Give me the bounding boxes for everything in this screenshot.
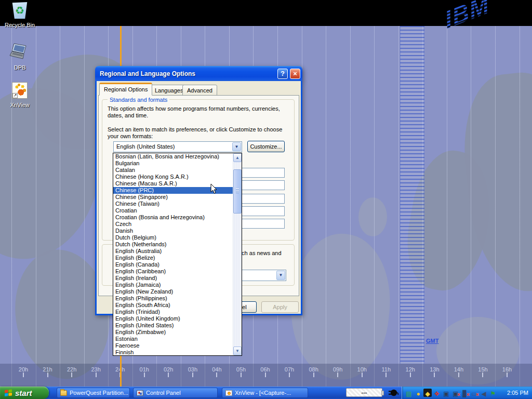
task-button-control-panel[interactable]: Control Panel xyxy=(133,388,218,398)
timezone-label: 03h xyxy=(188,366,197,373)
gmt-label: GMT xyxy=(426,338,438,344)
list-item[interactable]: English (Australia) xyxy=(113,248,233,255)
tab-regional-options[interactable]: Regional Options xyxy=(99,83,152,96)
task-button-powerquest[interactable]: PowerQuest Partition... xyxy=(57,388,130,398)
list-item[interactable]: Catalan xyxy=(113,167,233,174)
format-combobox-value: English (United States) xyxy=(116,143,175,150)
list-item[interactable]: English (Ireland) xyxy=(113,275,233,282)
task-button-label: PowerQuest Partition... xyxy=(70,388,128,397)
task-button-xnview[interactable]: XnView - [<Capture-... xyxy=(222,388,308,398)
timezone-tick xyxy=(192,373,193,377)
shortcut-arrow-icon: ↗ xyxy=(12,93,18,98)
scrollbar-thumb[interactable] xyxy=(233,169,242,214)
list-item[interactable]: Finnish xyxy=(113,349,233,356)
timezone-tick xyxy=(362,373,363,377)
timezone-label: 05h xyxy=(236,366,246,373)
list-item[interactable]: Chinese (Taiwan) xyxy=(113,201,233,207)
list-item[interactable]: English (Jamaica) xyxy=(113,282,233,288)
format-combobox[interactable]: English (United States) ▼ xyxy=(113,141,242,152)
timezone-label: 21h xyxy=(43,366,52,373)
timezone-tick xyxy=(144,373,145,377)
timezone-tick xyxy=(71,373,72,377)
thinkpad-utility-icon[interactable]: ◆ xyxy=(423,389,432,397)
list-item[interactable]: English (Trinidad) xyxy=(113,309,233,315)
system-tray: ▤●◆❖▣▣×▊×▭×◀⚑ 2:05 PM xyxy=(402,387,532,399)
pc-card-eject-icon[interactable]: ▤ xyxy=(405,389,413,397)
timezone-tick xyxy=(313,373,314,377)
timezone-tick xyxy=(96,373,97,377)
customize-button[interactable]: Customize... xyxy=(247,141,285,152)
list-item[interactable]: English (Canada) xyxy=(113,261,233,268)
timezone-tick xyxy=(507,373,508,377)
list-item[interactable]: Bosnian (Latin, Bosnia and Herzegovina) xyxy=(113,153,233,160)
help-button[interactable]: ? xyxy=(277,69,288,79)
xnview-icon: ↗ xyxy=(12,82,28,99)
chevron-down-icon[interactable]: ▼ xyxy=(232,142,241,151)
desktop-screen: GMT 20h21h22h23h24h01h02h03h04h05h06h07h… xyxy=(0,0,532,399)
list-item[interactable]: English (Caribbean) xyxy=(113,268,233,275)
boot-manager-icon[interactable]: ⚑ xyxy=(489,389,497,397)
list-item[interactable]: English (New Zealand) xyxy=(113,288,233,295)
scrollbar[interactable]: ▲ ▼ xyxy=(233,153,242,355)
timezone-tick xyxy=(482,373,483,377)
list-item[interactable]: Estonian xyxy=(113,336,233,342)
desktop-icon-dpb[interactable]: DPB xyxy=(0,43,39,71)
network-disconnected-icon[interactable]: ▣× xyxy=(451,389,460,397)
start-button[interactable]: start xyxy=(0,387,49,399)
list-item[interactable]: English (United Kingdom) xyxy=(113,315,233,322)
select-instruction-line2: your own formats: xyxy=(108,133,153,139)
list-item[interactable]: Dutch (Netherlands) xyxy=(113,241,233,248)
list-item[interactable]: English (United States) xyxy=(113,322,233,329)
list-item[interactable]: English (Belize) xyxy=(113,255,233,261)
desktop-icon-label: Recycle Bin xyxy=(0,22,39,28)
close-button[interactable]: × xyxy=(290,69,300,79)
timezone-label: 10h xyxy=(357,366,367,373)
timezone-scale-band: 20h21h22h23h24h01h02h03h04h05h06h07h08h0… xyxy=(0,364,532,387)
timezone-label: 14h xyxy=(454,366,463,373)
disabled-x-badge: × xyxy=(476,392,479,397)
timezone-tick xyxy=(47,373,48,377)
windows-flag-icon xyxy=(4,389,12,397)
list-item[interactable]: Faeroese xyxy=(113,342,233,349)
scrollbar-up-icon[interactable]: ▲ xyxy=(233,153,242,162)
recycle-bin-icon: ♻ xyxy=(11,2,29,19)
chevron-down-icon[interactable]: ▼ xyxy=(276,271,285,280)
timezone-tick xyxy=(168,373,169,377)
list-item[interactable]: English (Zimbabwe) xyxy=(113,329,233,336)
list-item[interactable]: Croatian xyxy=(113,207,233,214)
ac-power-plug-icon xyxy=(387,388,398,397)
tab-advanced[interactable]: Advanced xyxy=(182,85,217,96)
apply-button[interactable]: Apply xyxy=(261,301,299,313)
network-places-icon[interactable]: ▣ xyxy=(442,389,450,397)
timezone-label: 22h xyxy=(67,366,76,373)
timezone-tick xyxy=(23,373,24,377)
timezone-tick xyxy=(385,373,387,377)
battery-gauge[interactable]: --- xyxy=(346,388,382,397)
location-text-fragment: uch as news and xyxy=(238,250,282,256)
scrollbar-down-icon[interactable]: ▼ xyxy=(233,347,242,355)
list-item[interactable]: English (Philippines) xyxy=(113,295,233,302)
list-item[interactable]: Dutch (Belgium) xyxy=(113,234,233,241)
list-item[interactable]: Croatian (Bosnia and Herzegovina) xyxy=(113,214,233,221)
list-item[interactable]: English (South Africa) xyxy=(113,302,233,309)
display-disabled-icon[interactable]: ▭× xyxy=(470,389,478,397)
timezone-tick xyxy=(289,373,290,377)
desktop-icon-xnview[interactable]: ↗ XnView xyxy=(0,82,39,108)
power-meter-icon[interactable]: ● xyxy=(414,389,422,397)
messenger-icon[interactable]: ❖ xyxy=(433,389,441,397)
task-button-label: Control Panel xyxy=(146,388,181,397)
desktop-icon-recycle-bin[interactable]: ♻ Recycle Bin xyxy=(0,2,39,28)
list-item[interactable]: Chinese (Hong Kong S.A.R.) xyxy=(113,174,233,180)
taskbar-clock[interactable]: 2:05 PM xyxy=(507,387,528,399)
list-item[interactable]: Czech xyxy=(113,221,233,228)
tray-icons: ▤●◆❖▣▣×▊×▭×◀⚑ xyxy=(402,389,497,397)
signal-disabled-icon[interactable]: ▊× xyxy=(461,389,469,397)
language-dropdown-list: Bosnian (Latin, Bosnia and Herzegovina)B… xyxy=(113,153,242,356)
list-item[interactable]: Danish xyxy=(113,228,233,234)
list-item[interactable]: Bulgarian xyxy=(113,160,233,167)
desktop-icon-label: DPB xyxy=(0,64,39,71)
volume-icon[interactable]: ◀ xyxy=(480,389,488,397)
dialog-titlebar[interactable]: Regional and Language Options ? × xyxy=(95,66,302,81)
timezone-label: 20h xyxy=(19,366,28,373)
taskbar: start PowerQuest Partition... Control Pa… xyxy=(0,387,532,399)
